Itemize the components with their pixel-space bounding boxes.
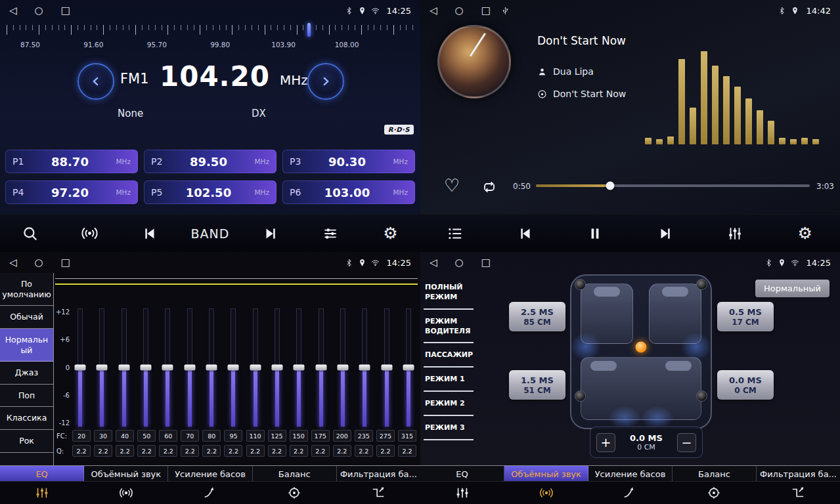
- delay-rear-left-button[interactable]: 1.5 MS 51 CM: [509, 370, 565, 400]
- sf-audio-tab-5[interactable]: Фильтрация ба...: [757, 466, 840, 482]
- eq-preset-item[interactable]: Джаз: [0, 362, 53, 385]
- eq-preset-item[interactable]: Классика: [0, 407, 53, 430]
- settings-button[interactable]: ⚙: [372, 220, 409, 247]
- sf-audio-tab-2[interactable]: Объёмный звук: [504, 466, 588, 482]
- slider-thumb[interactable]: [228, 365, 239, 371]
- eq-band-slider[interactable]: [74, 308, 87, 427]
- listening-mode-item[interactable]: ПАССАЖИР: [424, 343, 474, 368]
- home-button[interactable]: ○: [35, 6, 43, 16]
- progress-thumb[interactable]: [606, 182, 614, 190]
- frequency-ruler[interactable]: [7, 25, 414, 37]
- back-button[interactable]: ◁: [430, 258, 437, 268]
- delay-decrease-button[interactable]: −: [677, 433, 696, 452]
- slider-thumb[interactable]: [250, 365, 261, 371]
- playlist-button[interactable]: [437, 220, 474, 247]
- listening-mode-item[interactable]: РЕЖИМ 2: [424, 392, 474, 416]
- audio-settings-button[interactable]: [717, 220, 753, 247]
- eq-band-slider[interactable]: [161, 308, 174, 427]
- eq-audio-tab-5[interactable]: Фильтрация ба...: [337, 466, 420, 482]
- recents-button[interactable]: □: [61, 258, 70, 268]
- tab-surround-button[interactable]: [84, 482, 168, 504]
- eq-band-slider[interactable]: [183, 308, 196, 427]
- listening-position-marker[interactable]: [636, 342, 647, 353]
- slider-thumb[interactable]: [118, 365, 129, 371]
- home-button[interactable]: ○: [455, 258, 464, 268]
- recents-button[interactable]: □: [61, 6, 70, 16]
- eq-band-slider[interactable]: [292, 308, 305, 427]
- tab-balance-button[interactable]: [252, 482, 336, 504]
- listening-mode-item[interactable]: РЕЖИМ ВОДИТЕЛЯ: [424, 310, 474, 344]
- tab-bass-boost-button[interactable]: [588, 482, 673, 504]
- eq-audio-tab-4[interactable]: Баланс: [253, 466, 337, 482]
- tune-down-button[interactable]: [77, 63, 114, 100]
- eq-band-slider[interactable]: [402, 308, 415, 427]
- slider-thumb[interactable]: [184, 365, 195, 371]
- sound-preset-button[interactable]: Нормальный: [755, 280, 829, 297]
- recents-button[interactable]: □: [481, 6, 491, 16]
- eq-band-slider[interactable]: [118, 308, 131, 427]
- slider-thumb[interactable]: [271, 365, 282, 371]
- tab-balance-button[interactable]: [672, 482, 756, 504]
- slider-thumb[interactable]: [206, 365, 217, 371]
- back-button[interactable]: ◁: [9, 258, 17, 268]
- slider-thumb[interactable]: [294, 365, 305, 371]
- eq-preset-item[interactable]: Обычай: [0, 306, 53, 329]
- listening-mode-item[interactable]: РЕЖИМ 3: [424, 416, 474, 440]
- slider-thumb[interactable]: [337, 365, 348, 371]
- slider-thumb[interactable]: [140, 365, 151, 371]
- back-button[interactable]: ◁: [9, 6, 17, 16]
- slider-thumb[interactable]: [315, 365, 326, 371]
- tab-eq-button[interactable]: [0, 482, 84, 504]
- slider-thumb[interactable]: [75, 365, 86, 371]
- eq-band-slider[interactable]: [358, 308, 371, 427]
- back-button[interactable]: ◁: [430, 6, 437, 16]
- home-button[interactable]: ○: [35, 258, 43, 268]
- radio-preset-p5-button[interactable]: P5102.50MHz: [144, 180, 276, 204]
- tab-bass-boost-button[interactable]: [168, 482, 252, 504]
- previous-station-button[interactable]: [131, 220, 168, 247]
- radio-preset-p3-button[interactable]: P390.30MHz: [282, 150, 415, 173]
- eq-band-slider[interactable]: [380, 308, 393, 427]
- slider-thumb[interactable]: [381, 365, 392, 371]
- slider-thumb[interactable]: [162, 365, 173, 371]
- next-station-button[interactable]: [252, 220, 289, 247]
- broadcast-button[interactable]: [72, 220, 108, 247]
- radio-preset-p4-button[interactable]: P497.20MHz: [5, 180, 138, 204]
- delay-front-right-button[interactable]: 0.5 MS 17 CM: [717, 302, 774, 331]
- settings-button[interactable]: ⚙: [787, 220, 824, 247]
- previous-track-button[interactable]: [507, 220, 544, 247]
- sf-audio-tab-4[interactable]: Баланс: [673, 466, 757, 482]
- favorite-button[interactable]: ♡: [444, 177, 460, 194]
- radio-preset-p6-button[interactable]: P6103.00MHz: [282, 180, 415, 204]
- listening-mode-item[interactable]: РЕЖИМ 1: [424, 368, 474, 392]
- eq-preset-item[interactable]: Поп: [0, 385, 53, 408]
- progress-slider[interactable]: [536, 184, 810, 187]
- eq-band-slider[interactable]: [336, 308, 349, 427]
- tuner-settings-button[interactable]: [312, 220, 349, 247]
- listening-mode-item[interactable]: ПОЛНЫЙ РЕЖИМ: [424, 276, 474, 310]
- delay-front-left-button[interactable]: 2.5 MS 85 CM: [509, 302, 565, 331]
- eq-band-slider[interactable]: [315, 308, 328, 427]
- tab-surround-button[interactable]: [504, 482, 588, 504]
- tab-eq-button[interactable]: [420, 482, 504, 504]
- radio-preset-p2-button[interactable]: P289.50MHz: [144, 150, 276, 173]
- delay-increase-button[interactable]: +: [596, 433, 615, 452]
- eq-band-slider[interactable]: [205, 308, 218, 427]
- radio-preset-p1-button[interactable]: P188.70MHz: [5, 150, 138, 173]
- home-button[interactable]: ○: [455, 6, 464, 16]
- eq-audio-tab-2[interactable]: Объёмный звук: [84, 466, 168, 482]
- next-track-button[interactable]: [647, 220, 684, 247]
- eq-band-slider[interactable]: [227, 308, 240, 427]
- eq-audio-tab-3[interactable]: Усиление басов: [168, 466, 252, 482]
- sf-audio-tab-1[interactable]: EQ: [420, 466, 504, 482]
- scan-button[interactable]: [12, 220, 49, 247]
- sf-audio-tab-3[interactable]: Усиление басов: [588, 466, 673, 482]
- tab-filter-button[interactable]: [756, 482, 840, 504]
- eq-band-slider[interactable]: [95, 308, 108, 427]
- eq-band-slider[interactable]: [271, 308, 284, 427]
- slider-thumb[interactable]: [97, 365, 108, 371]
- frequency-indicator[interactable]: [307, 23, 311, 37]
- eq-preset-item[interactable]: Нормальный: [0, 329, 53, 362]
- eq-preset-item[interactable]: По умолчанию: [0, 273, 53, 306]
- recents-button[interactable]: □: [481, 258, 491, 268]
